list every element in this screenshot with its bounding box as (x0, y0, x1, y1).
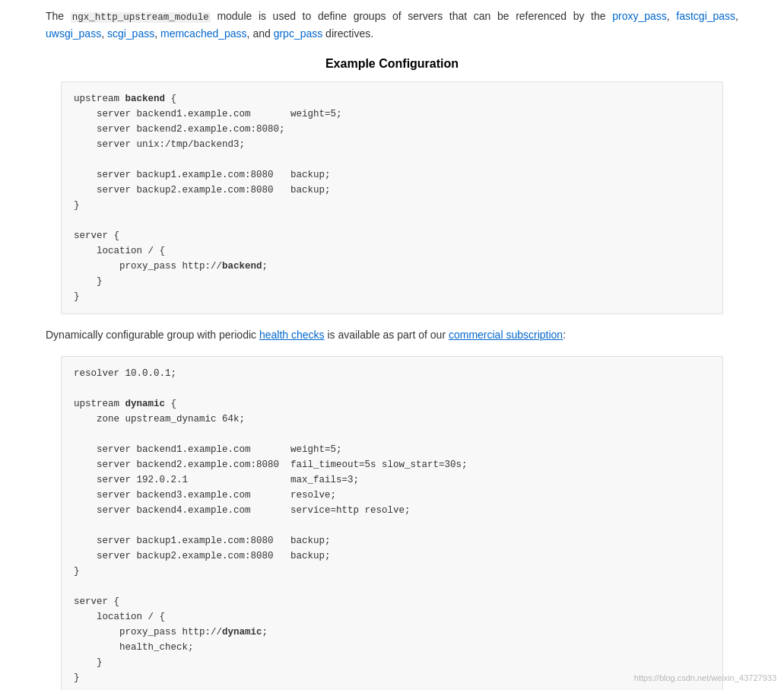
grpc-pass-link[interactable]: grpc_pass (274, 27, 323, 40)
code-block-1: upstream backend { server backend1.examp… (61, 81, 723, 314)
code-block-2: resolver 10.0.0.1; upstream dynamic { zo… (61, 356, 723, 690)
watermark: https://blog.csdn.net/weixin_43727933 (634, 673, 776, 682)
module-name: ngx_http_upstream_module (71, 12, 211, 23)
commercial-subscription-link[interactable]: commercial subscription (449, 329, 563, 341)
scgi-pass-link[interactable]: scgi_pass (107, 27, 154, 40)
fastcgi-pass-link[interactable]: fastcgi_pass (676, 10, 735, 22)
memcached-pass-link[interactable]: memcached_pass (160, 27, 247, 40)
dynamic-paragraph: Dynamically configurable group with peri… (46, 326, 738, 343)
proxy-pass-link[interactable]: proxy_pass (612, 10, 667, 22)
intro-paragraph: The ngx_http_upstream_module module is u… (46, 8, 738, 42)
example-config-title: Example Configuration (46, 57, 738, 71)
uwsgi-pass-link[interactable]: uwsgi_pass (46, 27, 101, 40)
health-checks-link[interactable]: health checks (259, 329, 325, 341)
